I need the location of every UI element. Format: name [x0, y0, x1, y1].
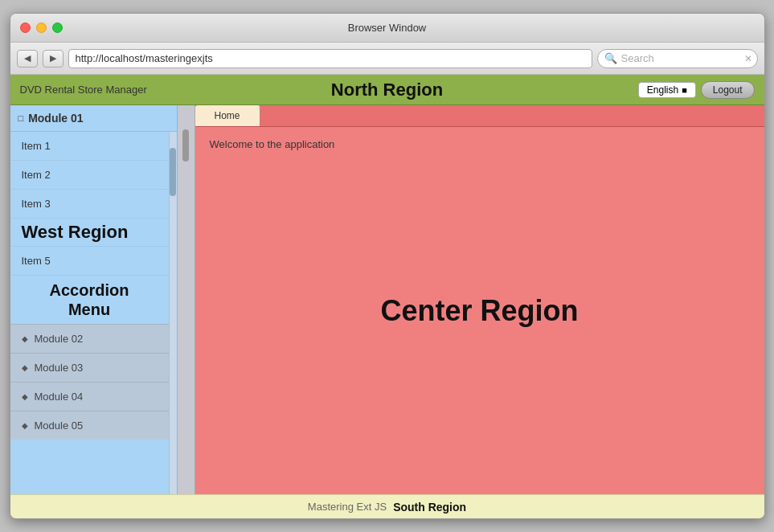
search-placeholder: Search [621, 52, 654, 64]
search-clear-icon[interactable]: ✕ [744, 53, 752, 64]
back-button[interactable]: ◀ [17, 50, 38, 68]
module-02-label: Module 02 [35, 333, 84, 345]
tab-home-label: Home [215, 110, 240, 121]
bullet-icon: ◆ [22, 392, 28, 401]
browser-title: Browser Window [348, 22, 427, 34]
forward-button[interactable]: ▶ [43, 50, 63, 68]
bullet-icon: ◆ [22, 363, 28, 372]
center-region-label: Center Region [380, 294, 578, 328]
north-region-label: North Region [331, 80, 443, 100]
center-narrow-bar [178, 105, 195, 494]
west-scrollbar-thumb [170, 148, 176, 196]
welcome-text: Welcome to the application [210, 138, 335, 150]
maximize-button[interactable] [52, 23, 63, 33]
traffic-lights [20, 23, 63, 33]
app-title: DVD Rental Store Manager [20, 84, 147, 96]
north-region: DVD Rental Store Manager North Region En… [10, 75, 764, 105]
west-scroll-area: Item 1 Item 2 Item 3 West Region Item 5 [10, 132, 177, 494]
close-button[interactable] [20, 23, 31, 33]
accordion-module-05[interactable]: ◆ Module 05 [10, 411, 169, 440]
module-05-label: Module 05 [35, 419, 84, 432]
south-region: Mastering Ext JS South Region [10, 494, 764, 518]
app-area: DVD Rental Store Manager North Region En… [10, 75, 764, 518]
west-item-3[interactable]: Item 3 [10, 190, 169, 219]
west-item-5[interactable]: Item 5 [10, 247, 169, 276]
language-button[interactable]: English ■ [638, 82, 696, 98]
browser-window: Browser Window ◀ ▶ http://localhost/mast… [10, 13, 765, 519]
south-normal-text: Mastering Ext JS [308, 501, 387, 513]
center-tabs: Home [195, 105, 764, 127]
north-controls: English ■ Logout [638, 81, 755, 99]
west-scrollbar[interactable] [169, 132, 177, 494]
west-region-label: West Region [22, 222, 129, 242]
main-content: □ Module 01 Item 1 Item 2 Item 3 [10, 105, 764, 494]
module-01-header[interactable]: □ Module 01 [10, 105, 177, 132]
accordion-module-02[interactable]: ◆ Module 02 [10, 324, 169, 353]
center-body: Welcome to the application Center Region [195, 127, 764, 494]
module-01-label: Module 01 [28, 112, 83, 125]
west-item-2[interactable]: Item 2 [10, 161, 169, 190]
accordion-modules: ◆ Module 02 ◆ Module 03 ◆ Module 04 [10, 324, 169, 440]
title-bar: Browser Window [10, 14, 764, 43]
url-text: http://localhost/masteringexjts [76, 52, 213, 64]
search-bar[interactable]: 🔍 Search ✕ [597, 49, 758, 68]
accordion-label: AccordionMenu [10, 276, 169, 324]
search-icon: 🔍 [604, 52, 617, 64]
center-region: Home Welcome to the application Center R… [195, 105, 764, 494]
accordion-module-04[interactable]: ◆ Module 04 [10, 382, 169, 411]
nav-bar: ◀ ▶ http://localhost/masteringexjts 🔍 Se… [10, 43, 764, 75]
logout-button[interactable]: Logout [701, 81, 755, 99]
west-item-4[interactable]: West Region [10, 219, 169, 247]
module-01-toggle-icon: □ [18, 113, 24, 123]
west-item-1[interactable]: Item 1 [10, 132, 169, 161]
minimize-button[interactable] [36, 23, 47, 33]
south-bold-text: South Region [393, 501, 466, 514]
language-icon: ■ [682, 85, 687, 95]
west-item-list: Item 1 Item 2 Item 3 West Region Item 5 [10, 132, 169, 494]
module-04-label: Module 04 [35, 391, 84, 403]
bullet-icon: ◆ [22, 334, 28, 343]
center-narrow-scrollbar-thumb [182, 129, 189, 162]
language-label: English [647, 84, 678, 96]
bullet-icon: ◆ [22, 421, 28, 430]
logout-label: Logout [713, 84, 743, 96]
tab-home[interactable]: Home [195, 105, 260, 126]
module-03-label: Module 03 [35, 362, 84, 374]
west-region: □ Module 01 Item 1 Item 2 Item 3 [10, 105, 178, 494]
url-bar[interactable]: http://localhost/masteringexjts [68, 49, 592, 68]
accordion-module-03[interactable]: ◆ Module 03 [10, 353, 169, 382]
